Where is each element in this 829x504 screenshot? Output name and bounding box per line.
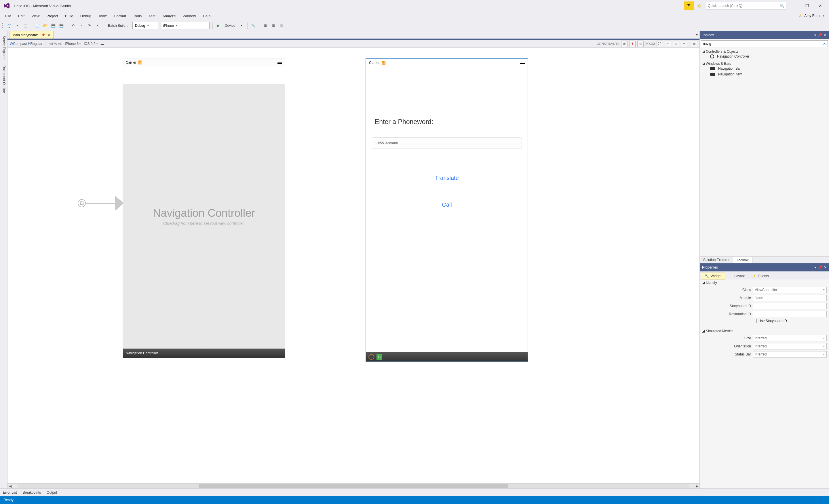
properties-tab-widget[interactable]: 🔧Widget: [701, 273, 725, 280]
save-all-icon[interactable]: 💾: [58, 22, 65, 29]
menu-tools[interactable]: Tools: [130, 13, 145, 19]
translate-button[interactable]: Translate: [372, 175, 522, 181]
toolbox-header[interactable]: Toolbox ▾ 📌 ✕: [700, 31, 829, 39]
zoom-actual-icon[interactable]: ▭: [673, 41, 679, 47]
close-button[interactable]: ✕: [815, 2, 826, 10]
constraint-btn-2[interactable]: ✱: [629, 41, 636, 47]
properties-group-identity[interactable]: ◢Identity: [700, 280, 829, 286]
output-tab[interactable]: Output: [47, 491, 57, 495]
panel-menu-icon[interactable]: ▾: [814, 265, 816, 269]
canvas-horizontal-scrollbar[interactable]: ◀ ▶: [7, 483, 699, 489]
minimize-button[interactable]: ─: [788, 2, 800, 10]
prop-module-input[interactable]: None: [753, 295, 827, 301]
prop-size-input[interactable]: Inferred: [753, 335, 827, 341]
feedback-icon[interactable]: ☺: [695, 1, 704, 10]
user-dropdown-icon[interactable]: ▾: [823, 14, 824, 17]
panel-pin-icon[interactable]: 📌: [818, 265, 822, 269]
undo-caret[interactable]: ▾: [78, 22, 85, 29]
error-list-tab[interactable]: Error List: [3, 491, 17, 495]
quick-launch-input[interactable]: Quick Launch (Ctrl+Q) 🔍: [706, 2, 786, 9]
menu-view[interactable]: View: [28, 13, 43, 19]
properties-group-simulated[interactable]: ◢Simulated Metrics: [700, 328, 829, 334]
view-controller-scene[interactable]: Carrier 📶 ▬ Enter a Phoneword: 1-855-Xam…: [366, 58, 528, 362]
constraint-btn-3[interactable]: ▭: [637, 41, 644, 47]
nav-fwd-button[interactable]: ◯: [22, 22, 29, 29]
solution-explorer-tab[interactable]: Solution Explorer: [700, 257, 733, 263]
toolbox-item-navigation-item[interactable]: Navigation Item: [702, 71, 827, 77]
toolbox-group-windows[interactable]: ◢Windows & Bars: [702, 62, 827, 66]
toolbar-misc-2[interactable]: ▦: [262, 22, 268, 29]
nav-back-caret[interactable]: ▾: [14, 22, 21, 29]
document-tab[interactable]: Main.storyboard* 📌 ✕: [9, 31, 53, 39]
toolbox-item-navigation-bar[interactable]: Navigation Bar: [702, 66, 827, 71]
zoom-in-icon[interactable]: +: [681, 41, 687, 47]
redo-icon[interactable]: ↷: [86, 22, 93, 29]
device-caret[interactable]: ▾: [238, 22, 245, 29]
breakpoints-tab[interactable]: Breakpoints: [23, 491, 41, 495]
exit-icon[interactable]: ↦: [376, 354, 382, 360]
menu-debug[interactable]: Debug: [77, 13, 95, 19]
tab-close-icon[interactable]: ✕: [48, 33, 50, 37]
menu-project[interactable]: Project: [43, 13, 61, 19]
toolbox-group-controllers[interactable]: ◢Controllers & Objects: [702, 49, 827, 53]
properties-header[interactable]: Properties ▾ 📌 ✕: [700, 263, 829, 272]
prop-orientation-input[interactable]: Inferred: [753, 343, 827, 350]
menu-analyze[interactable]: Analyze: [159, 13, 179, 19]
panel-menu-icon[interactable]: ▾: [814, 33, 816, 37]
toolbar-misc-1[interactable]: 🔧: [250, 22, 257, 29]
call-button[interactable]: Call: [372, 202, 522, 208]
menu-format[interactable]: Format: [111, 13, 130, 19]
prop-class-input[interactable]: ViewController: [753, 287, 827, 293]
toolbox-search-input[interactable]: navig ✕: [701, 40, 828, 47]
nav-scene-footer[interactable]: Navigation Controller: [123, 349, 285, 358]
properties-tab-layout[interactable]: —Layout: [726, 273, 748, 280]
orientation-icon[interactable]: ▬: [101, 42, 104, 46]
constraint-btn-1[interactable]: ⊞: [621, 41, 627, 47]
main-scene-footer[interactable]: ↦: [366, 352, 528, 362]
server-explorer-tab[interactable]: Server Explorer: [0, 33, 7, 63]
zoom-fit-icon[interactable]: ⛶: [657, 41, 663, 47]
device-select[interactable]: iPhone 6 ▾: [65, 42, 81, 46]
menu-file[interactable]: File: [2, 13, 15, 19]
toolbox-item-navigation-controller[interactable]: Navigation Controller: [702, 53, 827, 59]
start-debug-button[interactable]: ▶: [215, 22, 222, 29]
notifications-icon[interactable]: [684, 1, 694, 10]
platform-combo[interactable]: iPhone▾: [160, 22, 210, 29]
prop-statusbar-input[interactable]: Inferred: [753, 351, 827, 358]
storyboard-canvas[interactable]: Carrier 📶 ▬ Navigation Controller Ctrl+d…: [7, 48, 699, 483]
tab-strip-overflow[interactable]: ▾: [696, 31, 699, 39]
first-responder-icon[interactable]: [368, 354, 374, 360]
new-project-icon[interactable]: 📄: [34, 22, 41, 29]
properties-tab-events[interactable]: ⚡Events: [749, 273, 772, 280]
panel-close-icon[interactable]: ✕: [824, 33, 827, 37]
batch-build-button[interactable]: Batch Build...: [106, 22, 131, 29]
toolbar-grip[interactable]: [2, 23, 3, 29]
prop-restorationid-input[interactable]: [753, 311, 827, 317]
panel-pin-icon[interactable]: 📌: [818, 33, 822, 37]
zoom-out-icon[interactable]: −: [664, 41, 671, 47]
menu-test[interactable]: Test: [145, 13, 159, 19]
phoneword-textfield[interactable]: 1-855-Xamarin: [372, 137, 522, 149]
user-name[interactable]: Amy Burns: [804, 14, 821, 18]
menu-help[interactable]: Help: [200, 13, 214, 19]
menu-team[interactable]: Team: [95, 13, 111, 19]
designer-extra-icon[interactable]: ▤: [691, 41, 697, 47]
ios-select[interactable]: iOS 9.2 ▾: [84, 42, 98, 46]
prop-storyboardid-input[interactable]: [753, 303, 827, 309]
device-button[interactable]: Device: [223, 22, 237, 29]
menu-build[interactable]: Build: [62, 13, 77, 19]
maximize-button[interactable]: ❐: [801, 2, 813, 10]
toolbox-tab[interactable]: Toolbox: [733, 257, 752, 263]
menu-window[interactable]: Window: [179, 13, 199, 19]
navigation-controller-scene[interactable]: Carrier 📶 ▬ Navigation Controller Ctrl+d…: [122, 58, 285, 362]
panel-close-icon[interactable]: ✕: [824, 265, 827, 269]
document-outline-tab[interactable]: Document Outline: [0, 63, 7, 96]
pin-icon[interactable]: 📌: [41, 33, 45, 37]
prop-use-storyboardid-checkbox[interactable]: [753, 319, 757, 323]
clear-search-icon[interactable]: ✕: [823, 42, 826, 46]
size-class-label[interactable]: WCompact HRegular: [10, 42, 42, 46]
phoneword-label[interactable]: Enter a Phoneword:: [375, 118, 522, 126]
open-file-icon[interactable]: 📂: [42, 22, 49, 29]
toolbar-misc-3[interactable]: ▦: [270, 22, 277, 29]
nav-back-button[interactable]: ◯: [6, 22, 13, 29]
